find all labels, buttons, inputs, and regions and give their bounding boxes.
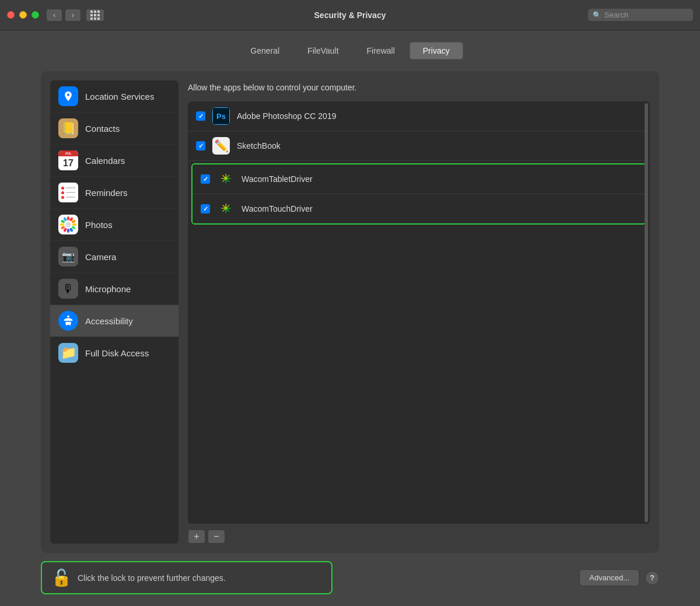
sidebar-item-photos[interactable]: Photos (50, 209, 178, 241)
app-item-wacom-tablet[interactable]: ✳ WacomTabletDriver (192, 164, 645, 194)
svg-point-7 (67, 229, 69, 233)
app-checkbox-wacom-touch[interactable] (201, 204, 210, 213)
sidebar-item-label-accessibility: Accessibility (85, 316, 133, 326)
sidebar-item-fulldisk[interactable]: 📁 Full Disk Access (50, 337, 178, 369)
close-button[interactable] (7, 11, 15, 19)
app-name-sketchbook: SketchBook (237, 141, 281, 150)
sidebar-item-label-reminders: Reminders (85, 188, 128, 198)
sidebar-item-contacts[interactable]: 📒 Contacts (50, 113, 178, 145)
wacom-group: ✳ WacomTabletDriver ✳ WacomTouchDriver (191, 163, 646, 225)
tab-privacy[interactable]: Privacy (410, 42, 463, 59)
sidebar: Location Services 📒 Contacts JUL 17 Cale… (50, 80, 178, 544)
sidebar-item-label-contacts: Contacts (85, 124, 120, 134)
app-checkbox-sketchbook[interactable] (196, 141, 205, 150)
traffic-lights (7, 11, 39, 19)
scrollbar[interactable] (645, 103, 648, 522)
fulldisk-icon: 📁 (58, 343, 78, 363)
main-content: General FileVault Firewall Privacy Locat… (0, 30, 700, 606)
camera-icon: 📷 (58, 247, 78, 267)
photos-icon (58, 215, 78, 234)
lock-icon: 🔓 (51, 568, 72, 587)
app-name-photoshop: Adobe Photoshop CC 2019 (237, 111, 336, 121)
app-name-wacom-tablet: WacomTabletDriver (242, 174, 313, 184)
window-title: Security & Privacy (314, 10, 386, 20)
bottom-bar: 🔓 Click the lock to prevent further chan… (41, 561, 659, 594)
grid-view-button[interactable] (86, 9, 104, 22)
nav-buttons: ‹ › (46, 9, 104, 22)
lock-section[interactable]: 🔓 Click the lock to prevent further chan… (41, 561, 332, 594)
minimize-button[interactable] (19, 11, 27, 19)
wacom-tablet-icon: ✳ (220, 171, 231, 187)
remove-app-button[interactable]: − (208, 530, 225, 544)
app-checkbox-wacom-tablet[interactable] (201, 174, 210, 184)
sidebar-item-label-camera: Camera (85, 252, 116, 262)
app-icon-wacom-touch: ✳ (217, 200, 235, 218)
sidebar-item-label-calendars: Calendars (85, 156, 125, 166)
app-icon-wacom-tablet: ✳ (217, 170, 235, 188)
location-icon (58, 86, 78, 106)
sidebar-item-accessibility[interactable]: Accessibility (50, 305, 178, 337)
tab-filevault[interactable]: FileVault (294, 42, 352, 59)
content-description: Allow the apps below to control your com… (188, 80, 650, 94)
content-area: Allow the apps below to control your com… (188, 80, 650, 544)
advanced-button[interactable]: Advanced... (579, 569, 639, 586)
sidebar-item-label-fulldisk: Full Disk Access (85, 348, 149, 358)
svg-point-1 (67, 216, 69, 220)
app-item-wacom-touch[interactable]: ✳ WacomTouchDriver (192, 194, 645, 223)
reminders-icon (58, 183, 78, 202)
svg-point-14 (67, 316, 69, 318)
contacts-icon: 📒 (58, 118, 78, 138)
add-remove-buttons: + − (188, 530, 650, 544)
grid-icon (90, 10, 100, 20)
svg-point-10 (60, 223, 64, 226)
sidebar-item-reminders[interactable]: Reminders (50, 177, 178, 209)
app-checkbox-photoshop[interactable] (196, 111, 205, 121)
lock-text: Click the lock to prevent further change… (78, 573, 226, 583)
app-icon-sketchbook: ✏️ (212, 137, 230, 155)
forward-button[interactable]: › (65, 9, 81, 22)
back-button[interactable]: ‹ (46, 9, 62, 22)
svg-point-4 (72, 223, 76, 226)
tab-firewall[interactable]: Firewall (354, 42, 408, 59)
sidebar-item-label-photos: Photos (85, 220, 113, 230)
ps-icon: Ps (212, 107, 230, 125)
app-item-photoshop[interactable]: Ps Adobe Photoshop CC 2019 (188, 101, 650, 131)
search-input[interactable] (604, 10, 688, 19)
microphone-icon: 🎙 (58, 279, 78, 299)
help-button[interactable]: ? (645, 571, 659, 585)
sidebar-item-calendars[interactable]: JUL 17 Calendars (50, 145, 178, 177)
sidebar-item-label-location: Location Services (85, 92, 154, 101)
accessibility-icon (58, 311, 78, 331)
panel-body: Location Services 📒 Contacts JUL 17 Cale… (41, 71, 659, 553)
add-app-button[interactable]: + (188, 530, 205, 544)
svg-point-13 (66, 222, 71, 227)
app-list-container: Ps Adobe Photoshop CC 2019 ✏️ SketchBook (188, 101, 650, 524)
app-item-sketchbook[interactable]: ✏️ SketchBook (188, 131, 650, 161)
sidebar-item-location[interactable]: Location Services (50, 80, 178, 113)
tabs-container: General FileVault Firewall Privacy (237, 42, 463, 59)
sidebar-item-microphone[interactable]: 🎙 Microphone (50, 273, 178, 305)
calendars-icon: JUL 17 (58, 150, 78, 170)
titlebar: ‹ › Security & Privacy 🔍 (0, 0, 700, 30)
search-box[interactable]: 🔍 (588, 9, 693, 21)
app-name-wacom-touch: WacomTouchDriver (242, 204, 313, 213)
right-buttons: Advanced... ? (579, 569, 659, 586)
sidebar-item-camera[interactable]: 📷 Camera (50, 241, 178, 273)
tab-general[interactable]: General (237, 42, 293, 59)
search-icon: 🔍 (593, 11, 601, 19)
app-icon-photoshop: Ps (212, 107, 230, 125)
sidebar-item-label-microphone: Microphone (85, 284, 131, 294)
settings-panel: Location Services 📒 Contacts JUL 17 Cale… (41, 71, 659, 553)
maximize-button[interactable] (32, 11, 39, 19)
wacom-touch-icon: ✳ (220, 201, 231, 216)
